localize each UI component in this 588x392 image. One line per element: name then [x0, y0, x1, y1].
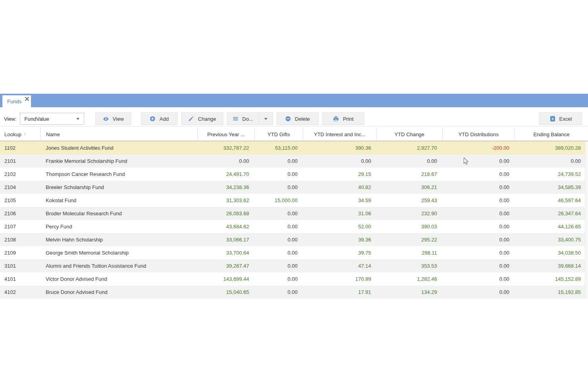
documents-dropdown-button[interactable] [259, 112, 273, 125]
column-header-label: Lookup [4, 131, 21, 137]
column-header-name[interactable]: Name [40, 128, 197, 141]
column-header-ytd-change[interactable]: YTD Change [376, 128, 442, 141]
cell-ytd-distributions: 0.00 [442, 210, 514, 216]
cell-name: George Smith Memorial Scholarship [40, 250, 197, 256]
table-row[interactable]: 2106Broder Molecular Research Fund26,083… [0, 207, 588, 220]
cell-ytd-change: 232.90 [376, 210, 442, 216]
table-header-row: Lookup ↑ Name Previous Year ... YTD Gift… [0, 128, 588, 141]
column-header-lookup[interactable]: Lookup ↑ [0, 128, 40, 141]
cell-name: Alumni and Friends Tuition Assistance Fu… [40, 263, 197, 269]
eye-icon [103, 116, 109, 122]
cell-ytd-distributions: 0.00 [442, 171, 514, 177]
cell-ytd-gifts: 0.00 [254, 237, 303, 243]
documents-button[interactable]: Do... [227, 112, 259, 125]
documents-button-group: Do... [227, 112, 273, 125]
cell-ytd-distributions: -200.00 [442, 145, 514, 151]
table-row[interactable]: 3101Alumni and Friends Tuition Assistanc… [0, 259, 588, 272]
cell-ytd-change: 0.00 [376, 158, 442, 164]
cell-previous-year: 31,303.62 [197, 197, 254, 203]
table-row[interactable]: 1102Jones Student Activities Fund332,787… [0, 141, 588, 154]
cell-ytd-interest: 40.82 [303, 184, 376, 190]
table-row[interactable]: 2108Melvin Hahn Scholarship33,066.170.00… [0, 233, 588, 246]
sort-ascending-icon: ↑ [24, 131, 26, 137]
vertical-scrollbar[interactable] [585, 141, 588, 299]
cell-ytd-interest: 39.36 [303, 237, 376, 243]
toolbar-divider [0, 126, 588, 127]
cell-ytd-change: 2,927.70 [376, 145, 442, 151]
cell-ending-balance: 46,597.64 [514, 197, 588, 203]
delete-button[interactable]: Delete [277, 112, 319, 125]
tab-funds-label: Funds [7, 98, 21, 104]
cell-ending-balance: 33,400.75 [514, 237, 588, 243]
cell-ending-balance: 389,020.28 [514, 145, 588, 151]
cell-ytd-interest: 47.14 [303, 263, 376, 269]
tab-funds[interactable]: Funds [2, 95, 31, 107]
cell-lookup: 2107 [0, 224, 40, 230]
cell-ytd-interest: 39.75 [303, 250, 376, 256]
excel-button-label: Excel [559, 116, 572, 122]
table-row[interactable]: 2109George Smith Memorial Scholarship33,… [0, 246, 588, 259]
cell-ytd-interest: 31.06 [303, 210, 376, 216]
column-header-ytd-distributions[interactable]: YTD Distributions [442, 128, 514, 141]
cell-lookup: 2102 [0, 171, 40, 177]
cell-name: Jones Student Activities Fund [40, 145, 197, 151]
view-button[interactable]: View [95, 112, 131, 125]
print-button-label: Print [343, 116, 354, 122]
cell-ytd-change: 134.29 [376, 289, 442, 295]
column-header-label: YTD Change [395, 131, 424, 137]
column-header-ytd-interest[interactable]: YTD Interest and Inc... [303, 128, 376, 141]
excel-button[interactable]: x Excel [539, 112, 582, 125]
column-header-ytd-gifts[interactable]: YTD Gifts [254, 128, 303, 141]
table-row[interactable]: 2102Thompson Cancer Research Fund24,491.… [0, 168, 588, 181]
cell-previous-year: 43,684.62 [197, 224, 254, 230]
cell-previous-year: 26,083.68 [197, 210, 254, 216]
plus-circle-icon [149, 116, 156, 122]
column-header-label: Ending Balance [533, 131, 569, 137]
svg-text:x: x [551, 117, 553, 121]
column-header-previous-year[interactable]: Previous Year ... [197, 128, 254, 141]
cell-ytd-interest: 29.15 [303, 171, 376, 177]
cell-lookup: 4102 [0, 289, 40, 295]
chevron-down-icon [76, 118, 79, 120]
table-row[interactable]: 2107Percy Fund43,684.620.0052.00390.030.… [0, 220, 588, 233]
table-row[interactable]: 4102Bruce Donor Advised Fund15,040.650.0… [0, 286, 588, 299]
view-select[interactable]: FundValue [20, 113, 84, 125]
column-header-ending-balance[interactable]: Ending Balance [514, 128, 588, 141]
cell-ytd-interest: 0.00 [303, 158, 376, 164]
cell-lookup: 1102 [0, 145, 40, 151]
cell-ytd-distributions: 0.00 [442, 184, 514, 190]
column-header-label: YTD Distributions [458, 131, 499, 137]
app-window: Funds View: FundValue View Add [0, 0, 588, 392]
cell-previous-year: 143,699.44 [197, 276, 254, 282]
cell-ytd-interest: 34.59 [303, 197, 376, 203]
cell-ytd-gifts: 0.00 [254, 289, 303, 295]
print-button[interactable]: Print [322, 112, 364, 125]
cell-ytd-change: 1,282.46 [376, 276, 442, 282]
add-button[interactable]: Add [141, 112, 178, 125]
table-row[interactable]: 2101Frankie Memorial Scholarship Fund0.0… [0, 154, 588, 168]
excel-file-icon: x [549, 116, 556, 122]
cell-ytd-interest: 17.91 [303, 289, 376, 295]
funds-table: Lookup ↑ Name Previous Year ... YTD Gift… [0, 128, 588, 299]
cell-previous-year: 33,066.17 [197, 237, 254, 243]
change-button[interactable]: Change [181, 112, 223, 125]
cell-ytd-gifts: 0.00 [254, 184, 303, 190]
cell-previous-year: 24,491.70 [197, 171, 254, 177]
cell-ytd-gifts: 0.00 [254, 210, 303, 216]
table-row[interactable]: 2104Breeler Scholarship Fund34,238.360.0… [0, 181, 588, 194]
cell-name: Frankie Memorial Scholarship Fund [40, 158, 197, 164]
close-icon[interactable] [25, 97, 29, 101]
cell-ending-balance: 44,126.65 [514, 224, 588, 230]
cell-ytd-distributions: 0.00 [442, 158, 514, 164]
cell-ytd-gifts: 53,115.00 [254, 145, 303, 151]
view-select-value: FundValue [25, 116, 49, 122]
cell-ytd-distributions: 0.00 [442, 289, 514, 295]
cell-ytd-change: 259.43 [376, 197, 442, 203]
cell-name: Thompson Cancer Research Fund [40, 171, 197, 177]
table-row[interactable]: 2105Kokotat Fund31,303.6215,000.0034.592… [0, 194, 588, 207]
cell-previous-year: 0.00 [197, 158, 254, 164]
list-menu-icon [232, 116, 239, 122]
documents-button-label: Do... [242, 116, 253, 122]
cell-lookup: 2106 [0, 210, 40, 216]
table-row[interactable]: 4101Victor Donor Advised Fund143,699.440… [0, 272, 588, 286]
